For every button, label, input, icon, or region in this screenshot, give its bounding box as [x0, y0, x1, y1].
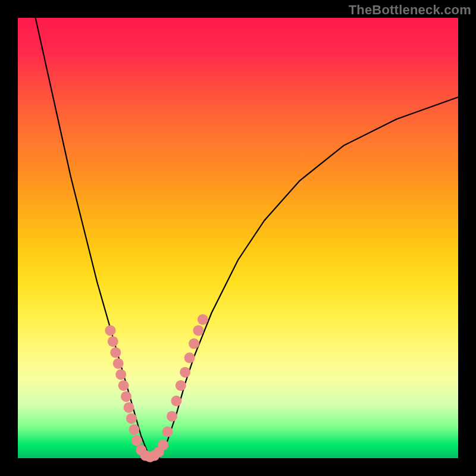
- chart-frame: TheBottleneck.com: [0, 0, 476, 476]
- highlighted-points-group: [105, 314, 208, 462]
- watermark-text: TheBottleneck.com: [349, 2, 471, 18]
- highlighted-point: [198, 314, 208, 325]
- highlighted-point: [113, 358, 124, 369]
- highlighted-point: [126, 413, 137, 424]
- highlighted-point: [180, 367, 190, 378]
- highlighted-point: [124, 402, 134, 413]
- highlighted-point: [105, 325, 115, 336]
- highlighted-point: [193, 325, 203, 336]
- highlighted-point: [162, 427, 173, 437]
- highlighted-point: [167, 411, 177, 422]
- highlighted-point: [189, 339, 199, 349]
- highlighted-point: [176, 380, 186, 391]
- highlighted-point: [110, 347, 121, 358]
- highlighted-point: [131, 435, 142, 446]
- bottleneck-curve: [36, 18, 458, 458]
- highlighted-point: [184, 352, 195, 363]
- highlighted-point: [121, 391, 131, 402]
- chart-overlay: [18, 18, 458, 458]
- highlighted-point: [118, 380, 129, 391]
- highlighted-point: [158, 440, 168, 450]
- highlighted-point: [171, 396, 181, 406]
- highlighted-point: [115, 369, 126, 380]
- highlighted-point: [108, 336, 118, 347]
- highlighted-point: [129, 424, 139, 435]
